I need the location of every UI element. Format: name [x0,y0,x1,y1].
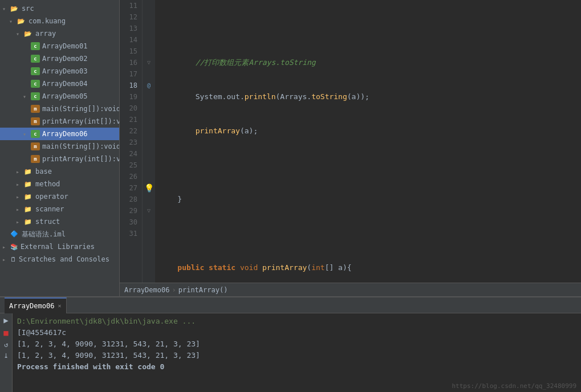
class-icon-ArrayDemo02: c [31,55,40,63]
gutter-row-20 [143,103,155,114]
breadcrumb-method[interactable]: printArray() [178,286,228,294]
console-tabs: ArrayDemo06 ✕ [0,297,581,313]
console-rerun-icon[interactable]: ↺ [4,341,8,349]
breadcrumb-file[interactable]: ArrayDemo06 [124,286,169,294]
gutter-row-25 [143,160,155,171]
gutter-row-13 [143,23,155,34]
console-tab-close-icon[interactable]: ✕ [58,303,61,309]
sidebar-item-ArrayDemo02[interactable]: c ArrayDemo02 [0,52,119,65]
sidebar-item-base[interactable]: base [0,165,119,178]
sidebar-item-operator[interactable]: operator [0,190,119,203]
arrow-base [16,169,23,175]
folder-icon-method [24,180,33,188]
sidebar-item-struct[interactable]: struct [0,215,119,228]
sidebar-item-ArrayDemo05[interactable]: c ArrayDemo05 [0,90,119,103]
line-num-13: 13 [124,23,137,34]
sidebar-item-ArrayDemo05-printArray[interactable]: m printArray(int[]):void [0,115,119,128]
gutter-row-18[interactable]: @ [143,80,155,91]
gutter-row-19 [143,91,155,103]
sidebar-item-ArrayDemo06-main[interactable]: m main(String[]):void [0,140,119,153]
line-num-31: 31 [124,228,137,239]
console-tab-ArrayDemo06[interactable]: ArrayDemo06 ✕ [5,297,67,313]
class-icon-ArrayDemo04: c [31,80,40,88]
console-line-2: [1, 2, 3, 4, 9090, 31231, 543, 21, 3, 23… [17,338,576,350]
line-num-25: 25 [124,160,137,171]
scratches-icon: 🗒 [10,256,17,263]
method-icon-ArrayDemo06-main: m [31,142,40,150]
code-line-17 [160,228,576,239]
collapse-icon-16[interactable]: ▽ [147,57,151,68]
line-num-26: 26 [124,171,137,182]
line-num-11: 11 [124,0,137,11]
sidebar-label-ArrayDemo05-main: main(String[]):void [42,105,120,113]
line-num-28: 28 [124,194,137,205]
code-lines[interactable]: //打印数组元素Arrays.toString System.out.print… [155,0,581,283]
arrow-src [2,6,9,12]
method-icon-ArrayDemo06-printArray: m [31,155,40,163]
line-num-14: 14 [124,34,137,46]
line-num-16: 16 [124,57,137,68]
console-output: D:\Environment\jdk8\jdk\bin\java.exe ...… [13,313,581,392]
sidebar-item-ArrayDemo06[interactable]: c ArrayDemo06 [0,128,119,140]
sidebar-item-ArrayDemo01[interactable]: c ArrayDemo01 [0,40,119,52]
console-scroll-icon[interactable]: ⤓ [3,352,9,360]
sidebar-label-operator: operator [35,193,68,201]
gutter-row-17 [143,68,155,80]
sidebar-label-ArrayDemo06-printArray: printArray(int[]):void [42,155,120,163]
sidebar-item-ext-lib[interactable]: 📚 External Libraries [0,240,119,253]
gutter-row-26 [143,171,155,182]
sidebar-item-src[interactable]: src [0,2,119,15]
console-stop-icon[interactable]: ■ [3,328,8,337]
console-run-icon[interactable]: ▶ [3,316,8,325]
sidebar-label-ArrayDemo05-printArray: printArray(int[]):void [42,117,120,125]
line-num-20: 20 [124,103,137,114]
lightbulb-icon[interactable]: 💡 [144,182,154,194]
line-num-19: 19 [124,91,137,103]
folder-icon-base [24,168,33,175]
console-left-icons: ▶ ■ ↺ ⤓ [0,313,13,392]
sidebar-item-scanner[interactable]: scanner [0,203,119,215]
code-line-15 [160,160,576,171]
breadcrumb-bar: ArrayDemo06 › printArray() [120,283,581,296]
sidebar-label-struct: struct [35,218,60,226]
method-icon-ArrayDemo05-printArray: m [31,117,40,125]
gutter-row-31 [143,228,155,239]
gutter-row-16: ▽ [143,57,155,68]
sidebar-label-array: array [35,30,56,38]
sidebar-item-array[interactable]: array [0,27,119,40]
line-num-23: 23 [124,137,137,148]
line-num-24: 24 [124,148,137,160]
gutter-row-22 [143,125,155,137]
gutter-row-14 [143,34,155,46]
sidebar-label-com-kuang: com.kuang [29,17,66,25]
sidebar-label-ArrayDemo05: ArrayDemo05 [42,92,87,100]
sidebar-label-scratches: Scratches and Consoles [19,255,109,263]
gutter-row-30 [143,217,155,228]
collapse-icon-29[interactable]: ▽ [147,205,151,217]
console-line-3: [1, 2, 3, 4, 9090, 31231, 543, 21, 3, 23… [17,350,576,361]
line-num-29: 29 [124,205,137,217]
gutter-row-21 [143,114,155,125]
gutter-row-24 [143,148,155,160]
breadcrumb-separator: › [172,286,176,294]
sidebar-item-method[interactable]: method [0,178,119,190]
sidebar-item-iml[interactable]: 基础语法.iml [0,228,119,240]
line-num-17: 17 [124,68,137,80]
sidebar-label-ext-lib: External Libraries [21,243,95,251]
line-num-30: 30 [124,217,137,228]
sidebar-label-src: src [22,5,34,13]
gutter-row-28 [143,194,155,205]
method-icon-ArrayDemo05-main: m [31,105,40,113]
sidebar-label-scanner: scanner [35,205,64,213]
sidebar-item-scratches[interactable]: 🗒 Scratches and Consoles [0,253,119,266]
sidebar-item-ArrayDemo06-printArray[interactable]: m printArray(int[]):void [0,153,119,165]
arrow-ext-lib [2,244,9,250]
sidebar-item-ArrayDemo04[interactable]: c ArrayDemo04 [0,77,119,90]
arrow-ArrayDemo06 [23,131,30,137]
sidebar-item-ArrayDemo03[interactable]: c ArrayDemo03 [0,65,119,77]
sidebar-item-com-kuang[interactable]: com.kuang [0,15,119,27]
code-line-16: } [160,194,576,205]
sidebar-item-ArrayDemo05-main[interactable]: m main(String[]):void [0,103,119,115]
editor-with-gutter: 11 12 13 14 15 16 17 18 19 20 21 22 23 2… [120,0,581,283]
sidebar: src com.kuang array c ArrayDemo01 c Arra… [0,0,120,296]
